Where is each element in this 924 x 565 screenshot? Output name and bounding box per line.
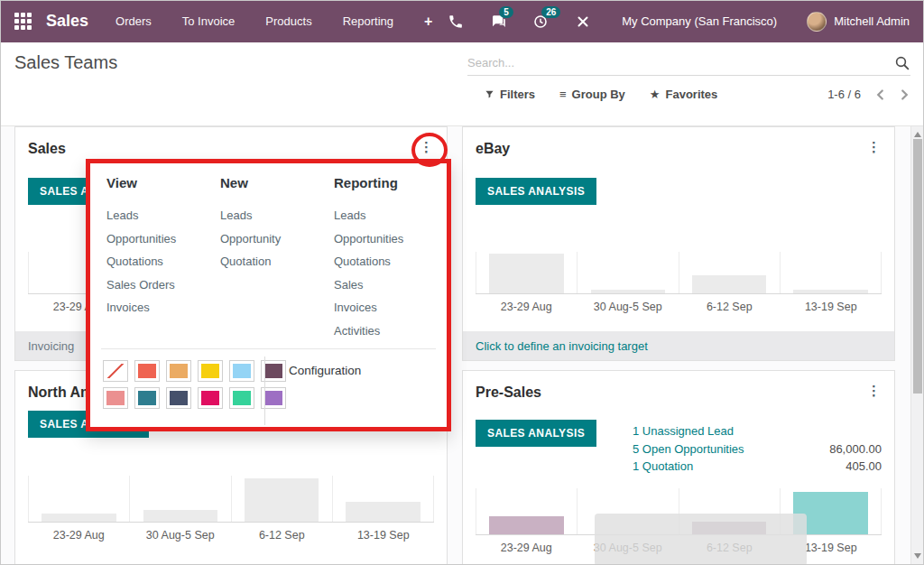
chart-slot [231, 476, 332, 522]
reporting-invoices-item[interactable]: Invoices [334, 296, 403, 320]
star-icon: ★ [650, 88, 661, 101]
stat-row: 5 Open Opportunities 86,000.00 [633, 440, 882, 458]
x-axis-label: 13-19 Sep [781, 294, 882, 313]
kanban-area: Sales ⋮ SALES ANALYSIS 23-29 Aug30 Aug-5… [0, 126, 924, 565]
reporting-opportunities-item[interactable]: Opportunities [334, 227, 403, 251]
apps-menu-icon[interactable] [14, 13, 32, 30]
menu-products[interactable]: Products [265, 14, 311, 28]
reporting-leads-item[interactable]: Leads [334, 204, 403, 227]
chart-slot [129, 476, 230, 522]
dropdown-view-column: View Leads Opportunities Quotations Sale… [106, 175, 176, 320]
search-options-bar: Filters ≡ Group By ★ Favorites 1-6 / 6 [485, 88, 910, 101]
avatar [807, 12, 827, 32]
group-by-icon: ≡ [559, 88, 567, 101]
kebab-menu-icon[interactable]: ⋮ [867, 384, 881, 399]
new-opportunity-item[interactable]: Opportunity [220, 227, 281, 251]
view-leads-item[interactable]: Leads [106, 204, 176, 227]
filters-button[interactable]: Filters [485, 88, 535, 101]
view-invoices-item[interactable]: Invoices [106, 296, 176, 320]
chart-bar [692, 275, 766, 293]
x-axis-label: 13-19 Sep [333, 523, 435, 542]
quotations-link[interactable]: 1 Quotation [633, 458, 693, 476]
messages-badge: 5 [499, 6, 513, 18]
search-box [467, 51, 910, 76]
color-swatch[interactable] [103, 387, 128, 409]
chart-tooltip-overlay [595, 514, 807, 565]
team-stats: 1 Unassigned Lead 5 Open Opportunities 8… [633, 422, 882, 476]
search-icon[interactable] [894, 55, 910, 71]
chart-bar [143, 510, 217, 522]
menu-reporting[interactable]: Reporting [343, 14, 393, 28]
kebab-menu-icon[interactable]: ⋮ [867, 140, 881, 155]
activities-clock-icon[interactable]: 26 [531, 13, 550, 31]
view-quotations-item[interactable]: Quotations [106, 250, 176, 273]
messages-icon[interactable]: 5 [489, 13, 507, 31]
tools-icon[interactable] [574, 13, 592, 31]
color-swatch[interactable] [198, 360, 223, 382]
menu-to-invoice[interactable]: To Invoice [182, 14, 236, 28]
company-switcher[interactable]: My Company (San Francisco) [622, 14, 777, 28]
pager-next-icon[interactable] [900, 88, 910, 101]
new-leads-item[interactable]: Leads [220, 204, 281, 227]
app-brand[interactable]: Sales [46, 12, 88, 31]
chart-bar [793, 290, 867, 293]
view-opportunities-item[interactable]: Opportunities [106, 227, 176, 251]
search-input[interactable] [467, 56, 894, 69]
group-by-button[interactable]: ≡ Group By [559, 88, 625, 101]
new-quotation-item[interactable]: Quotation [220, 250, 281, 273]
reporting-quotations-item[interactable]: Quotations [334, 250, 403, 273]
user-menu[interactable]: Mitchell Admin [807, 12, 910, 32]
dropdown-section-header: Reporting [334, 175, 403, 190]
chart-bar [489, 254, 563, 293]
chart-slot [476, 252, 577, 293]
navbar-right: 5 26 My Company (San Francisco) Mitchell… [447, 12, 910, 32]
sales-analysis-button[interactable]: SALES ANALYSIS [476, 178, 596, 205]
dropdown-new-column: New Leads Opportunity Quotation [220, 175, 281, 273]
chart-bar [245, 478, 319, 522]
color-swatch[interactable] [166, 360, 191, 382]
chart-bar [42, 514, 116, 522]
invoicing-tab[interactable]: Invoicing [28, 339, 74, 353]
configuration-item[interactable]: Configuration [289, 364, 361, 377]
menu-orders[interactable]: Orders [116, 14, 152, 28]
color-swatch[interactable] [134, 387, 160, 409]
north-america-bar-chart: 23-29 Aug30 Aug-5 Sep6-12 Sep13-19 Sep [28, 476, 434, 542]
reporting-activities-item[interactable]: Activities [334, 320, 403, 343]
chart-bar [591, 290, 665, 293]
color-swatch-none[interactable] [103, 360, 128, 382]
dropdown-reporting-column: Reporting Leads Opportunities Quotations… [334, 175, 403, 342]
sales-analysis-button[interactable]: SALES ANALYSIS [476, 420, 596, 447]
filter-funnel-icon [485, 89, 494, 99]
define-invoicing-target-link[interactable]: Click to define an invoicing target [476, 339, 648, 353]
color-swatch[interactable] [198, 387, 223, 409]
color-swatch[interactable] [134, 360, 160, 382]
x-axis-label: 23-29 Aug [476, 535, 578, 554]
card-title: Sales [28, 141, 66, 157]
scroll-down-icon[interactable] [914, 553, 921, 559]
kebab-menu-icon[interactable]: ⋮ [420, 140, 433, 155]
open-opportunities-link[interactable]: 5 Open Opportunities [633, 440, 744, 458]
stat-row: 1 Unassigned Lead [633, 422, 882, 440]
reporting-sales-item[interactable]: Sales [334, 273, 403, 297]
color-swatch[interactable] [229, 387, 254, 409]
color-swatch[interactable] [229, 360, 254, 382]
pager: 1-6 / 6 [827, 88, 910, 101]
x-axis-label: 30 Aug-5 Sep [130, 523, 232, 542]
unassigned-leads-link[interactable]: 1 Unassigned Lead [633, 422, 734, 440]
pager-count: 1-6 / 6 [827, 88, 861, 101]
activities-badge: 26 [541, 6, 560, 18]
favorites-button[interactable]: ★ Favorites [650, 88, 717, 101]
card-title: Pre-Sales [476, 384, 541, 401]
phone-icon[interactable] [447, 13, 465, 31]
view-sales-orders-item[interactable]: Sales Orders [106, 273, 176, 297]
scrollbar-thumb[interactable] [913, 139, 922, 394]
x-axis-label: 23-29 Aug [28, 523, 130, 542]
pager-previous-icon[interactable] [875, 88, 885, 101]
chart-slot [679, 252, 780, 293]
card-ebay-team: eBay ⋮ SALES ANALYSIS 23-29 Aug30 Aug-5 … [462, 126, 895, 361]
card-footer: Click to define an invoicing target [463, 331, 894, 360]
ebay-bar-chart: 23-29 Aug30 Aug-5 Sep6-12 Sep13-19 Sep [476, 252, 882, 313]
color-swatch[interactable] [166, 387, 191, 409]
scroll-up-icon[interactable] [914, 132, 921, 137]
plus-icon[interactable]: + [424, 14, 432, 30]
